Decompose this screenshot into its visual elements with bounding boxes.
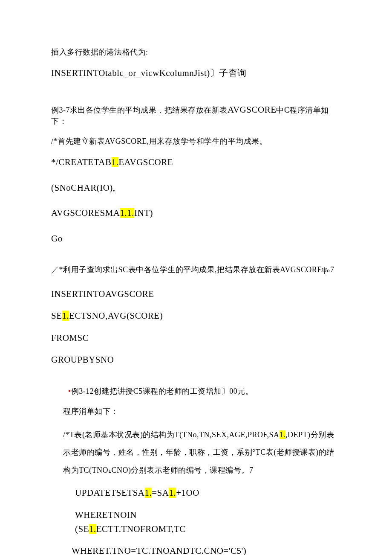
code-line: INSERTINTOtablc_or_vicwKcolumnJist)〕子杳询 [51, 67, 341, 79]
text-line: 插入多行数据的港法格代为: [51, 47, 341, 58]
code-line: INSERTINTOAVGSCORE [51, 288, 341, 300]
text-line: /*首先建立新表AVGSCORE,用来存放学号和学生的平均成果。 [51, 136, 341, 147]
code-line: AVGSCORESMA1.1.INT) [51, 207, 341, 219]
text: */CREATETAB [51, 157, 112, 167]
highlight: 1. [112, 157, 119, 167]
text-paragraph: /*T表(老师基本状况表)的结构为T(TNo,TN,SEX,AGE,PROF,S… [51, 426, 341, 479]
highlight: 1. [169, 488, 176, 498]
bullet-icon: • [68, 387, 71, 395]
highlight: 1. [62, 311, 69, 321]
text-line: ／*利用子查询求出SC表中各位学生的平均成果,把结果存放在新表AVGSCOREψ… [51, 264, 341, 275]
code-line: (SE1.ECTT.TNOFROMT,TC [51, 523, 341, 535]
text: +1OO [176, 488, 199, 498]
code-line: FROMSC [51, 332, 341, 344]
text: INT) [134, 208, 153, 218]
code-line: GROUPBYSNO [51, 354, 341, 366]
text: EAVGSCORE [118, 157, 173, 167]
text: INSERTINTOtablc_or_vicwKcolumnJist) [51, 68, 210, 78]
text: (SE [75, 524, 89, 534]
text: SE [51, 311, 62, 321]
text: UPDATETSETSA [75, 488, 145, 498]
text: /*T表(老师基本状况表)的结构为T(TNo,TN,SEX,AGE,PROF,S… [63, 430, 280, 439]
text: 例3-7求出各位学生的平均成果，把结果存放在新表 [51, 106, 228, 114]
text: ECTSNO,AVG(SCORE) [69, 311, 163, 321]
text: 〕子杳询 [210, 68, 247, 78]
code-line: (SNoCHAR(IO), [51, 182, 341, 194]
code-line: Go [51, 232, 341, 245]
text-line: 例3-7求出各位学生的平均成果，把结果存放在新表AVGSCORE中C程序清单如下… [51, 104, 341, 127]
text-line: •例3-12创建把讲授C5课程的老师的工资增加〕00元。 [51, 386, 341, 397]
highlight: 1. [145, 488, 152, 498]
text: AVGSCORESMA [51, 208, 120, 218]
text: =SA [152, 488, 169, 498]
highlight: 1. [280, 430, 286, 439]
code-line: UPDATETSETSA1.=SA1.+1OO [51, 487, 341, 499]
text: 例3-12创建把讲授C5课程的老师的工资增加〕00元。 [71, 387, 254, 395]
highlight: 1. [89, 524, 96, 534]
text-line: 程序消单如下： [51, 406, 341, 417]
text: ECTT.TNOFROMT,TC [96, 524, 186, 534]
text: AVGSCORE [228, 105, 276, 115]
highlight: 1.1. [120, 208, 135, 218]
code-line: SE1.ECTSNO,AVG(SCORE) [51, 310, 341, 322]
document-page: 插入多行数据的港法格代为: INSERTINTOtablc_or_vicwKco… [0, 0, 392, 555]
code-line: WHERETNOIN [51, 509, 341, 521]
code-line: WHERET.TNO=TC.TNOANDTC.CNO='C5') [51, 545, 341, 555]
code-line: */CREATETAB1.EAVGSCORE [51, 156, 341, 169]
